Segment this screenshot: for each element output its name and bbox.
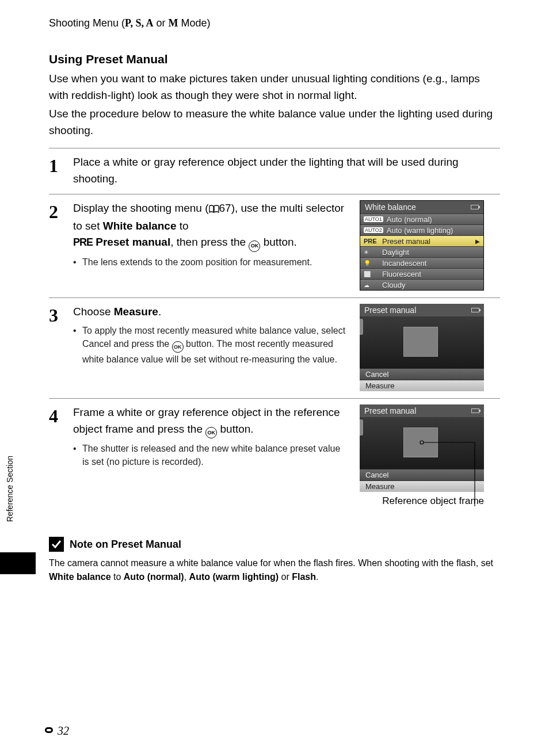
auto-icon: AUTO2 bbox=[364, 227, 383, 233]
reference-object-frame-callout: Reference object frame bbox=[360, 495, 484, 507]
measure-label: Measure bbox=[114, 306, 158, 318]
side-handle-icon bbox=[360, 319, 363, 335]
lcd-title-text: Preset manual bbox=[364, 406, 416, 415]
ok-icon: OK bbox=[249, 240, 260, 252]
ok-icon: OK bbox=[205, 427, 217, 438]
wb-option-incandescent: 💡Incandescent bbox=[360, 257, 483, 268]
lbl: Auto (warm lighting) bbox=[387, 226, 480, 235]
reference-box bbox=[403, 327, 438, 357]
lcd-measure-row: Measure bbox=[360, 480, 484, 492]
breadcrumb-m: M bbox=[168, 17, 178, 29]
t: to bbox=[177, 220, 189, 232]
lbl: Auto (normal) bbox=[387, 215, 480, 224]
t: The camera cannot measure a white balanc… bbox=[49, 558, 493, 568]
t: Auto (normal) bbox=[124, 572, 184, 582]
t: Choose bbox=[73, 306, 114, 318]
lcd-cancel-row: Cancel bbox=[360, 368, 484, 380]
lcd-title: White balance bbox=[360, 201, 483, 213]
breadcrumb-modes: P, S, A bbox=[125, 17, 153, 29]
white-balance-label: White balance bbox=[103, 220, 177, 232]
t: Flash bbox=[292, 572, 316, 582]
lcd-title-text: White balance bbox=[365, 203, 416, 212]
lcd-title: Preset manual bbox=[360, 304, 484, 316]
pre-icon: PRE bbox=[364, 238, 382, 245]
link-icon bbox=[41, 726, 56, 737]
t: White balance bbox=[49, 572, 111, 582]
chevron-right-icon: ▶ bbox=[475, 238, 480, 245]
battery-icon bbox=[471, 205, 479, 209]
step-number: 4 bbox=[49, 404, 73, 425]
side-handle-icon bbox=[360, 419, 363, 436]
step-1: 1 Place a white or gray reference object… bbox=[49, 148, 500, 194]
side-tab: Reference Section bbox=[0, 426, 20, 552]
lbl: Incandescent bbox=[382, 259, 480, 268]
breadcrumb-prefix: Shooting Menu ( bbox=[49, 17, 125, 29]
pre-icon: PRE bbox=[73, 236, 93, 248]
t: to bbox=[111, 572, 124, 582]
auto-icon: AUTO1 bbox=[364, 216, 383, 222]
breadcrumb: Shooting Menu (P, S, A or M Mode) bbox=[49, 17, 500, 29]
step-3-bullet: To apply the most recently measured whit… bbox=[73, 324, 349, 366]
step-3: 3 Choose Measure. To apply the most rece… bbox=[49, 297, 500, 398]
step-2: 2 Display the shooting menu (67), use th… bbox=[49, 194, 500, 297]
wb-option-preset-manual: PREPreset manual▶ bbox=[360, 235, 483, 246]
lcd-title-text: Preset manual bbox=[364, 306, 416, 315]
wb-option-cloudy: ☁Cloudy bbox=[360, 279, 483, 290]
t: . bbox=[158, 306, 161, 318]
breadcrumb-or: or bbox=[153, 17, 168, 29]
wb-option-daylight: ☀Daylight bbox=[360, 246, 483, 257]
preset-manual-label: Preset manual bbox=[93, 236, 170, 248]
step-2-text: Display the shooting menu (67), use the … bbox=[73, 200, 349, 252]
side-black-tab bbox=[0, 552, 36, 574]
sun-icon: ☀ bbox=[364, 249, 382, 255]
lcd-cancel-row: Cancel bbox=[360, 469, 484, 480]
note-block: Note on Preset Manual The camera cannot … bbox=[49, 537, 500, 584]
t: and press the bbox=[111, 339, 172, 349]
lbl: Fluorescent bbox=[382, 270, 480, 278]
note-title: Note on Preset Manual bbox=[70, 539, 181, 551]
lbl: Daylight bbox=[382, 248, 480, 257]
note-check-icon bbox=[49, 537, 64, 552]
battery-icon bbox=[471, 308, 479, 312]
step-4-bullet: The shutter is released and the new whit… bbox=[73, 442, 349, 468]
step-number: 2 bbox=[49, 200, 73, 221]
ok-icon: OK bbox=[172, 341, 184, 353]
intro-para-1: Use when you want to make pictures taken… bbox=[49, 71, 500, 104]
note-body: The camera cannot measure a white balanc… bbox=[49, 556, 500, 584]
step-4: 4 Frame a white or gray reference object… bbox=[49, 398, 500, 514]
breadcrumb-suffix: Mode) bbox=[178, 17, 210, 29]
t: , bbox=[184, 572, 189, 582]
wb-option-auto-normal: AUTO1Auto (normal) bbox=[360, 213, 483, 224]
section-heading: Using Preset Manual bbox=[49, 52, 500, 66]
step-2-bullet: The lens extends to the zoom position fo… bbox=[73, 255, 349, 269]
t: button. bbox=[260, 236, 296, 248]
lcd-white-balance: White balance AUTO1Auto (normal) AUTO2Au… bbox=[360, 200, 484, 291]
t: . bbox=[316, 572, 318, 582]
page-footer: 32 bbox=[41, 724, 69, 738]
side-tab-label: Reference Section bbox=[5, 456, 14, 522]
fluorescent-icon: ⬜ bbox=[364, 271, 382, 277]
wb-option-auto-warm: AUTO2Auto (warm lighting) bbox=[360, 224, 483, 235]
step-number: 3 bbox=[49, 304, 73, 324]
book-icon bbox=[209, 201, 219, 218]
lcd-measure-row: Measure bbox=[360, 380, 484, 391]
lcd-viewport bbox=[360, 417, 484, 469]
cancel-label: Cancel bbox=[82, 339, 111, 349]
step-3-text: Choose Measure. bbox=[73, 304, 349, 320]
lcd-preset-manual-measure: Preset manual Cancel Measure bbox=[360, 304, 484, 391]
lcd-title: Preset manual bbox=[360, 404, 484, 417]
battery-icon bbox=[471, 408, 479, 413]
t: button. bbox=[217, 423, 253, 435]
lcd-preset-manual-frame: Preset manual Cancel Measure bbox=[360, 404, 484, 492]
t: To apply the most recently measured whit… bbox=[82, 326, 345, 335]
page-ref: 67 bbox=[219, 202, 231, 214]
wb-option-fluorescent: ⬜Fluorescent bbox=[360, 268, 483, 279]
step-number: 1 bbox=[49, 154, 73, 175]
bulb-icon: 💡 bbox=[364, 260, 382, 266]
lcd-viewport bbox=[360, 316, 484, 368]
step-4-text: Frame a white or gray reference object i… bbox=[73, 404, 349, 438]
reference-object-frame bbox=[403, 427, 438, 457]
t: Display the shooting menu ( bbox=[73, 202, 209, 214]
t: , then press the bbox=[170, 236, 249, 248]
cloud-icon: ☁ bbox=[364, 282, 382, 288]
